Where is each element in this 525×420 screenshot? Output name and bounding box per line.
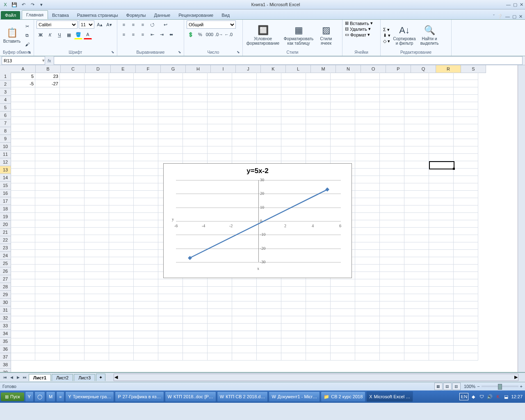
cell[interactable] [183,353,208,361]
cell[interactable] [454,80,478,87]
cell[interactable]: 5 [11,73,35,80]
cell[interactable] [60,331,84,338]
cell[interactable] [281,279,306,287]
sheet-nav-prev[interactable]: ◀ [8,374,15,381]
cell[interactable] [355,353,380,361]
cell[interactable] [158,301,183,309]
formula-input[interactable] [54,56,523,65]
cell-styles-button[interactable]: ▨Стили ячеек [317,23,336,48]
cell[interactable] [158,95,183,102]
cell[interactable] [257,146,281,154]
cell[interactable] [134,205,158,213]
cell[interactable] [257,338,281,346]
cell[interactable] [232,80,257,87]
taskbar-item[interactable]: XMicrosoft Excel … [366,391,413,402]
cell[interactable] [429,301,454,309]
cell[interactable] [208,287,232,294]
cell[interactable] [158,287,183,294]
row-header[interactable]: 15 [0,182,11,189]
cell[interactable] [208,346,232,353]
cell[interactable] [60,102,84,110]
cell[interactable] [429,228,454,235]
cell[interactable] [35,279,60,287]
cell[interactable] [306,80,331,87]
cell[interactable] [134,346,158,353]
cell[interactable] [454,301,478,309]
cell[interactable] [331,73,355,80]
cell[interactable] [355,87,380,95]
cell[interactable] [454,279,478,287]
fx-icon[interactable]: fx [48,58,51,63]
cell[interactable] [454,220,478,228]
cell[interactable] [380,331,404,338]
vertical-scrollbar[interactable] [518,65,525,372]
cell[interactable] [232,132,257,139]
row-header[interactable]: 32 [0,314,11,322]
cell[interactable] [134,309,158,316]
cell[interactable] [232,316,257,324]
row-header[interactable]: 14 [0,174,11,182]
cell[interactable] [355,309,380,316]
column-header[interactable]: D [86,65,111,73]
cell[interactable] [134,73,158,80]
close-icon[interactable]: ✕ [520,2,523,7]
cell[interactable] [208,324,232,331]
cell[interactable] [306,95,331,102]
quick-launch[interactable]: ◯ [34,391,45,402]
cell[interactable] [306,124,331,132]
cell[interactable] [35,95,60,102]
cell[interactable] [134,235,158,242]
cell[interactable] [208,154,232,161]
cell[interactable] [404,132,429,139]
cell[interactable] [84,205,109,213]
cell[interactable] [109,176,134,183]
font-color-icon[interactable]: A [84,30,92,39]
cell[interactable] [454,316,478,324]
cell[interactable] [306,132,331,139]
cell[interactable] [281,73,306,80]
number-format-select[interactable]: Общий [187,21,236,29]
cell[interactable] [11,316,35,324]
cell[interactable] [60,242,84,250]
cell[interactable] [380,287,404,294]
column-header[interactable]: F [136,65,161,73]
cell[interactable] [331,353,355,361]
cell[interactable] [306,279,331,287]
cell[interactable] [60,139,84,146]
cell[interactable] [134,242,158,250]
row-header[interactable]: 1 [0,73,11,80]
cell[interactable] [60,95,84,102]
sheet-nav-last[interactable]: ⏭ [21,374,28,381]
cell[interactable] [134,87,158,95]
column-header[interactable]: M [311,65,336,73]
cell[interactable] [232,353,257,361]
cell[interactable] [208,95,232,102]
cell[interactable] [84,213,109,220]
cell[interactable] [84,324,109,331]
cell[interactable] [84,338,109,346]
cell[interactable] [109,316,134,324]
cell[interactable] [60,213,84,220]
cell[interactable] [158,87,183,95]
cell[interactable] [11,228,35,235]
cell[interactable] [109,154,134,161]
cell[interactable] [109,228,134,235]
cell[interactable] [183,110,208,117]
cell[interactable] [380,324,404,331]
doc-restore-icon[interactable]: ▢ [512,14,516,19]
launcher-icon[interactable]: ⬊ [237,50,240,54]
italic-icon[interactable]: К [46,31,54,39]
cell[interactable] [183,117,208,124]
cell[interactable] [257,331,281,338]
cell[interactable] [11,205,35,213]
cell[interactable] [355,124,380,132]
cell[interactable] [60,191,84,198]
cell[interactable] [35,346,60,353]
cell[interactable] [454,124,478,132]
cell[interactable] [158,146,183,154]
cell[interactable] [35,309,60,316]
cell[interactable] [355,102,380,110]
cell[interactable] [281,146,306,154]
cell[interactable] [404,191,429,198]
cell[interactable] [355,139,380,146]
